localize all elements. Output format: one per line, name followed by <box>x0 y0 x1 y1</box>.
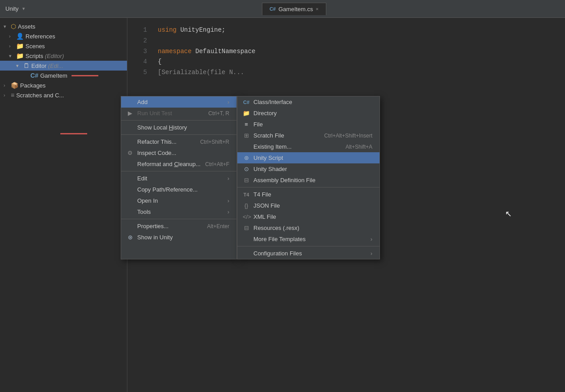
submenu-item-xml[interactable]: </> XML File <box>237 211 379 222</box>
context-menu-wrapper: Add › ▶ Run Unit Test Ctrl+T, R Show Loc… <box>121 96 380 259</box>
menu-divider <box>121 134 236 135</box>
tab-filename: GameItem.cs <box>278 6 313 13</box>
arrow-icon: › <box>9 43 14 49</box>
sidebar-item-gameitem[interactable]: C# GameItem <box>0 71 127 80</box>
scratch-icon: ≡ <box>11 92 14 99</box>
code-content: { <box>158 57 161 67</box>
unity-shader-icon: ⊙ <box>243 166 250 172</box>
sidebar-item-scripts[interactable]: ▾ 📁 Scripts (Editor) <box>0 51 127 61</box>
submenu-item-json[interactable]: {} JSON File <box>237 200 379 211</box>
packages-label: Packages <box>20 82 46 89</box>
menu-item-copy-path[interactable]: Copy Path/Reference... <box>121 184 236 195</box>
shortcut-existing: Alt+Shift+A <box>346 144 372 150</box>
sidebar-item-assets[interactable]: ▾ ⬡ Assets <box>0 21 127 31</box>
arrow-icon: ▾ <box>16 63 21 69</box>
cs-icon: C# <box>243 100 250 105</box>
sidebar: ▾ ⬡ Assets › 👤 References › 📁 Scenes ▾ 📁… <box>0 18 127 392</box>
submenu-label-class-interface: Class/Interface <box>253 99 292 105</box>
run-icon: ▶ <box>126 110 134 117</box>
sidebar-item-editor[interactable]: ▾ 🗒 Editor (Edi... <box>0 61 127 71</box>
submenu-arrow-icon: › <box>228 99 229 105</box>
app-dropdown-icon[interactable]: ▾ <box>22 6 25 12</box>
sidebar-item-scratches[interactable]: › ≡ Scratches and C... <box>0 90 127 100</box>
sidebar-item-scenes[interactable]: › 📁 Scenes <box>0 41 127 51</box>
editor-tab[interactable]: C# GameItem.cs × <box>262 3 326 15</box>
tab-close-button[interactable]: × <box>316 6 318 12</box>
arrow-icon: › <box>9 33 14 39</box>
code-fade <box>127 374 565 392</box>
menu-item-add[interactable]: Add › <box>121 96 236 108</box>
submenu-item-t4[interactable]: T4 T4 File <box>237 189 379 200</box>
code-content: namespace DefaultNamespace <box>158 46 255 57</box>
menu-item-inspect-code[interactable]: ⚙ Inspect Code... <box>121 147 236 158</box>
menu-item-reformat[interactable]: Reformat and Cleanup... Ctrl+Alt+F <box>121 158 236 170</box>
ref-icon: 👤 <box>16 33 24 40</box>
menu-item-properties[interactable]: Properties... Alt+Enter <box>121 221 236 232</box>
xml-icon: </> <box>243 213 250 220</box>
code-line-2: 2 <box>138 36 554 46</box>
submenu-arrow-icon: › <box>228 197 229 204</box>
submenu-label-assembly: Assembly Definition File <box>253 177 316 183</box>
folder-icon: 📁 <box>16 42 24 50</box>
menu-label-inspect: Inspect Code... <box>137 150 176 156</box>
menu-label-properties: Properties... <box>137 223 169 229</box>
submenu-item-config-files[interactable]: Configuration Files › <box>237 248 379 259</box>
package-icon: 📦 <box>11 82 18 89</box>
line-number: 2 <box>138 36 147 46</box>
submenu-item-resources[interactable]: ⊟ Resources (.resx) <box>237 222 379 234</box>
inspect-icon: ⚙ <box>126 150 134 156</box>
submenu-item-assembly-def[interactable]: ⊟ Assembly Definition File <box>237 175 379 186</box>
menu-item-show-local-history[interactable]: Show Local History <box>121 122 236 133</box>
scratch-icon: ⊞ <box>243 132 250 139</box>
submenu-item-unity-script[interactable]: ⊛ Unity Script <box>237 152 379 163</box>
menu-label-tools: Tools <box>137 209 151 215</box>
submenu-item-existing-item[interactable]: Existing Item... Alt+Shift+A <box>237 141 379 152</box>
submenu-divider <box>237 187 379 188</box>
shortcut-reformat: Ctrl+Alt+F <box>205 161 229 167</box>
submenu-item-file[interactable]: ≡ File <box>237 119 379 130</box>
menu-item-show-unity[interactable]: ⊛ Show in Unity <box>121 232 236 243</box>
submenu-item-scratch-file[interactable]: ⊞ Scratch File Ctrl+Alt+Shift+Insert <box>237 130 379 141</box>
menu-label-reformat: Reformat and Cleanup... <box>137 161 201 167</box>
submenu-arrow-icon: › <box>228 175 229 182</box>
menu-item-open-in[interactable]: Open In › <box>121 195 236 206</box>
menu-label-copy-path: Copy Path/Reference... <box>137 186 198 193</box>
submenu-divider <box>237 246 379 246</box>
context-menu: Add › ▶ Run Unit Test Ctrl+T, R Show Loc… <box>121 96 237 259</box>
submenu-label-scratch-file: Scratch File <box>253 132 284 139</box>
menu-label-add: Add <box>137 99 148 105</box>
assets-icon: ⬡ <box>11 23 16 30</box>
menu-item-edit[interactable]: Edit › <box>121 173 236 184</box>
shortcut-refactor: Ctrl+Shift+R <box>200 139 229 145</box>
t4-icon: T4 <box>243 192 250 197</box>
submenu-item-more-templates[interactable]: More File Templates › <box>237 234 379 245</box>
submenu-item-class-interface[interactable]: C# Class/Interface <box>237 96 379 108</box>
menu-item-run-unit-test[interactable]: ▶ Run Unit Test Ctrl+T, R <box>121 108 236 119</box>
submenu-label-config-files: Configuration Files <box>253 250 302 257</box>
sidebar-item-packages[interactable]: › 📦 Packages <box>0 80 127 90</box>
submenu-label-resources: Resources (.resx) <box>253 225 299 231</box>
code-content: using UnityEngine; <box>158 25 225 36</box>
line-number: 3 <box>138 46 147 57</box>
sidebar-item-references[interactable]: › 👤 References <box>0 31 127 41</box>
cs-icon: C# <box>30 72 38 79</box>
assembly-icon: ⊟ <box>243 177 250 183</box>
submenu-item-directory[interactable]: 📁 Directory <box>237 108 379 119</box>
title-bar: Unity ▾ C# GameItem.cs × <box>0 0 565 18</box>
menu-label-refactor: Refactor This... <box>137 138 177 145</box>
menu-item-refactor[interactable]: Refactor This... Ctrl+Shift+R <box>121 136 236 147</box>
submenu-item-unity-shader[interactable]: ⊙ Unity Shader <box>237 163 379 175</box>
editor-icon: 🗒 <box>23 62 30 69</box>
shortcut-scratch: Ctrl+Alt+Shift+Insert <box>324 133 372 139</box>
shortcut-properties: Alt+Enter <box>207 223 229 229</box>
line-number: 4 <box>138 57 147 67</box>
menu-divider <box>121 120 236 121</box>
menu-divider <box>121 219 236 219</box>
menu-item-tools[interactable]: Tools › <box>121 206 236 217</box>
menu-label-open-in: Open In <box>137 197 158 204</box>
submenu-label-existing: Existing Item... <box>253 143 291 150</box>
unity-icon: ⊛ <box>126 234 134 241</box>
submenu-label-more-templates: More File Templates <box>253 236 306 242</box>
submenu-label-directory: Directory <box>253 110 277 117</box>
editor-label: Editor (Edi... <box>31 63 63 69</box>
